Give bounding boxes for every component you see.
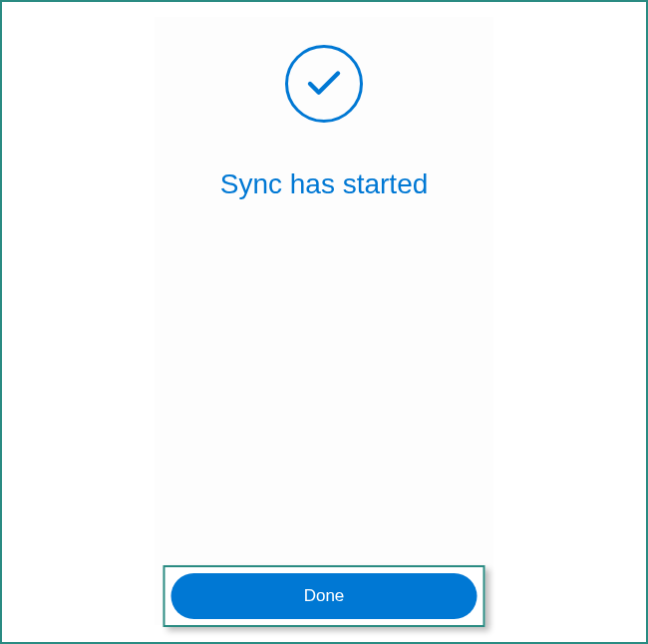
checkmark-circle-icon xyxy=(285,45,363,123)
done-button-highlight: Done xyxy=(163,565,486,627)
done-button[interactable]: Done xyxy=(171,573,478,619)
status-title: Sync has started xyxy=(220,168,429,200)
screenshot-frame: Sync has started Done xyxy=(0,0,648,644)
phone-screen: Sync has started xyxy=(155,17,493,625)
